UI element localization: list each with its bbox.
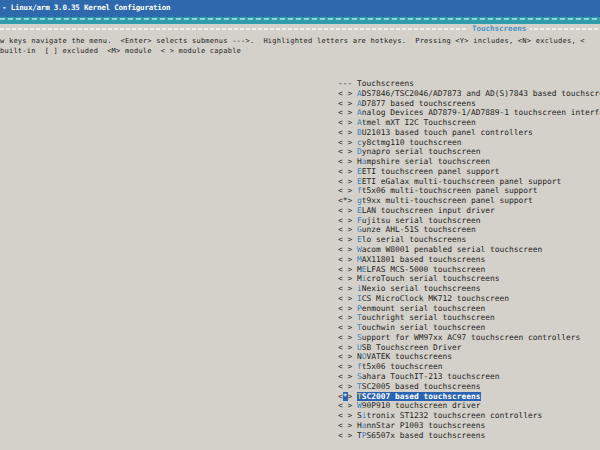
menu-item[interactable]: <*> TSC2007 based touchscreens <box>338 392 600 402</box>
menu-item[interactable]: < > EETI touchscreen panel support <box>338 167 600 177</box>
checkbox-mark: < > <box>338 147 357 156</box>
menu-item[interactable]: < > ft5x06 touchscreen <box>338 362 600 372</box>
menu-item[interactable]: < > Sahara TouchIT-213 touchscreen <box>338 372 600 382</box>
menu-item[interactable]: < > Sitronix ST1232 touchscreen controll… <box>338 411 600 421</box>
hotkey-letter: A <box>357 118 362 127</box>
hotkey-letter: F <box>357 216 362 225</box>
menu-item[interactable]: < > ADS7846/TSC2046/AD7873 and AD(S)7843… <box>338 89 600 99</box>
menu-item-label: ELAN touchscreen input driver <box>357 206 495 215</box>
menu-item-label: Fujitsu serial touchscreen <box>357 216 481 225</box>
menu-item-label: Elo serial touchscreens <box>357 235 466 244</box>
hotkey-letter: i <box>362 274 367 283</box>
menu-item-label: Atmel mXT I2C Touchscreen <box>357 118 476 127</box>
menu-item[interactable]: < > Penmount serial touchscreen <box>338 304 600 314</box>
checkbox-mark: < > <box>338 186 357 195</box>
checkbox-mark: < > <box>338 118 357 127</box>
menu-item[interactable]: < > Fujitsu serial touchscreen <box>338 216 600 226</box>
menu-item[interactable]: < > MicroTouch serial touchscreens <box>338 274 600 284</box>
menu-item-label: Touchwin serial touchscreen <box>357 323 485 332</box>
menu-item[interactable]: < > BU21013 based touch panel controller… <box>338 128 600 138</box>
hotkey-letter: O <box>362 352 367 361</box>
menu-item-label: ICS MicroClock MK712 touchscreen <box>357 294 509 303</box>
menu-item[interactable]: < > ELAN touchscreen input driver <box>338 206 600 216</box>
menu-item[interactable]: < > Gunze AHL-51S touchscreen <box>338 225 600 235</box>
menu-item-label: HannStar P1003 touchscreens <box>357 421 485 430</box>
hint-line-2: built-in [ ] excluded <M> module < > mod… <box>0 47 241 55</box>
menu-item[interactable]: < > HannStar P1003 touchscreens <box>338 421 600 431</box>
hotkey-letter: A <box>357 99 362 108</box>
menu-item-label: TPS6507x based touchscreens <box>357 431 485 440</box>
menu-item[interactable]: < > Analog Devices AD7879-1/AD7889-1 tou… <box>338 108 600 118</box>
menu-item[interactable]: --- Touchscreens <box>338 79 600 89</box>
checkbox-mark: < > <box>338 255 357 264</box>
menu-item[interactable]: <*> gt9xx multi-touchscreen panel suppor… <box>338 196 600 206</box>
hotkey-letter: U <box>357 343 362 352</box>
hotkey-letter: D <box>357 147 362 156</box>
menu-item[interactable]: < > EETI eGalax multi-touchscreen panel … <box>338 177 600 187</box>
checkbox-mark: < > <box>338 99 357 108</box>
hotkey-letter: c <box>357 138 362 147</box>
window-titlebar: - Linux/arm 3.0.35 Kernel Configuration <box>0 0 600 17</box>
menu-item[interactable]: < > Touchwin serial touchscreen <box>338 323 600 333</box>
menu-item-label: Dynapro serial touchscreen <box>357 147 481 156</box>
menu-item[interactable]: < > Atmel mXT I2C Touchscreen <box>338 118 600 128</box>
menu-item-label: Sitronix ST1232 touchscreen controllers <box>357 411 542 420</box>
hotkey-letter: E <box>362 265 367 274</box>
hotkey-letter: W <box>357 245 362 254</box>
menu-item-label: AD7877 based touchscreens <box>357 99 476 108</box>
hotkey-letter: I <box>357 294 362 303</box>
hotkey-letter: S <box>357 333 362 342</box>
menu-item[interactable]: < > MAX11801 based touchscreens <box>338 255 600 265</box>
menu-item[interactable]: < > W90P910 touchscreen driver <box>338 401 600 411</box>
checkbox-mark: < > <box>338 138 357 147</box>
checkbox-mark: < > <box>338 382 357 391</box>
hotkey-letter: i <box>362 411 367 420</box>
menu-item[interactable]: < > NOVATEK touchscreens <box>338 352 600 362</box>
checkbox-mark: < > <box>338 265 357 274</box>
menu-item-label: cy8ctmg110 touchscreen <box>357 138 462 147</box>
menu-item-label: Sahara TouchIT-213 touchscreen <box>357 372 500 381</box>
hotkey-letter: P <box>357 304 362 313</box>
checkbox-mark: < > <box>338 157 357 166</box>
menu-item[interactable]: < > Support for WM97xx AC97 touchscreen … <box>338 333 600 343</box>
menu-item[interactable]: < > TSC2005 based touchscreens <box>338 382 600 392</box>
checkbox-mark: < > <box>338 225 357 234</box>
checkbox-mark: < > <box>338 372 357 381</box>
hotkey-letter: E <box>357 206 362 215</box>
menu-item[interactable]: < > USB Touchscreen Driver <box>338 343 600 353</box>
menu-item[interactable]: < > Touchright serial touchscreen <box>338 313 600 323</box>
hotkey-letter: T <box>357 313 362 322</box>
menu-item[interactable]: < > MELFAS MCS-5000 touchscreen <box>338 265 600 275</box>
menu-item[interactable]: < > ft5x06 multi-touchscreen panel suppo… <box>338 186 600 196</box>
checkbox-mark: <*> <box>338 196 357 205</box>
menu-item-label: ADS7846/TSC2046/AD7873 and AD(S)7843 bas… <box>357 89 600 98</box>
menu-item-label: BU21013 based touch panel controllers <box>357 128 533 137</box>
checkbox-mark: < > <box>338 235 357 244</box>
hotkey-letter: E <box>357 167 362 176</box>
menu-item[interactable]: < > Elo serial touchscreens <box>338 235 600 245</box>
checkbox-mark: < > <box>338 304 357 313</box>
menu-item[interactable]: < > cy8ctmg110 touchscreen <box>338 138 600 148</box>
dialog-border-dashes <box>0 18 600 20</box>
menu-item-label: W90P910 touchscreen driver <box>357 401 481 410</box>
menu-item[interactable]: < > TPS6507x based touchscreens <box>338 431 600 441</box>
menu-item-label-selected: TSC2007 based touchscreens <box>357 392 481 401</box>
menu-item[interactable]: < > Dynapro serial touchscreen <box>338 147 600 157</box>
dialog-border-band <box>0 17 600 24</box>
menu-item[interactable]: < > AD7877 based touchscreens <box>338 99 600 109</box>
menu-item-label: MicroTouch serial touchscreens <box>357 274 500 283</box>
cursor-cell: * <box>343 392 348 401</box>
menu-item[interactable]: < > Hampshire serial touchscreen <box>338 157 600 167</box>
hotkey-letter: f <box>357 362 362 371</box>
menu-item[interactable]: < > iNexio serial touchscreens <box>338 284 600 294</box>
checkbox-mark: < > <box>338 333 357 342</box>
menu-item[interactable]: < > ICS MicroClock MK712 touchscreen <box>338 294 600 304</box>
menu-item-label: EETI touchscreen panel support <box>357 167 500 176</box>
checkbox-mark: < > <box>338 108 357 117</box>
hotkey-letter: B <box>357 128 362 137</box>
checkbox-mark: < > <box>338 323 357 332</box>
checkbox-mark: < > <box>338 401 357 410</box>
menu-item[interactable]: < > Wacom W8001 penabled serial touchscr… <box>338 245 600 255</box>
menu-item-label: ft5x06 touchscreen <box>357 362 443 371</box>
hotkey-letter: T <box>357 382 362 391</box>
